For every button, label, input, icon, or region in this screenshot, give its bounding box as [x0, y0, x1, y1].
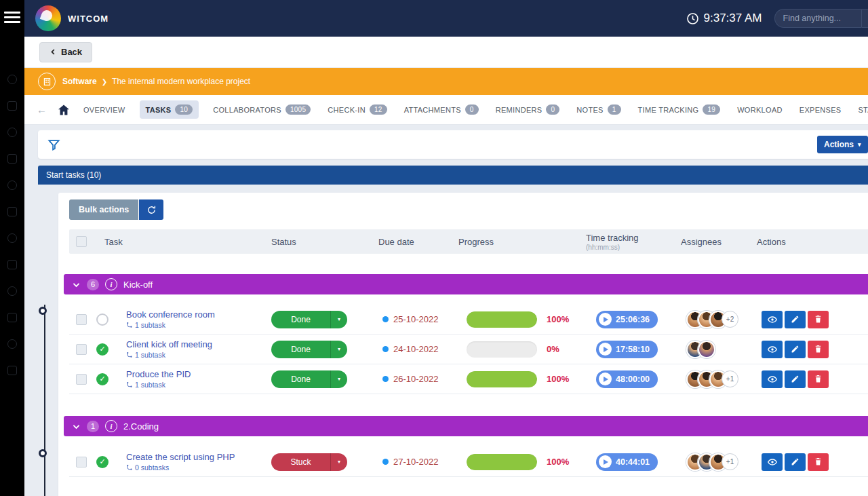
chevron-left-icon [50, 48, 57, 56]
app-logo[interactable] [35, 5, 61, 31]
subtask-count[interactable]: 1 subtask [126, 381, 271, 389]
progress-percent: 0% [547, 344, 559, 354]
hamburger-menu-icon[interactable] [4, 9, 20, 26]
global-search-button[interactable] [861, 9, 868, 28]
group-info-icon[interactable]: i [105, 420, 117, 432]
status-dropdown[interactable]: Done▾ [271, 370, 347, 388]
task-link[interactable]: Client kick off meeting [126, 339, 271, 349]
assignees-more-badge[interactable]: +1 [722, 453, 738, 470]
edit-button[interactable] [785, 341, 806, 358]
subtask-count[interactable]: 0 subtasks [126, 463, 271, 472]
delete-button[interactable] [808, 453, 829, 471]
home-icon[interactable] [56, 103, 71, 117]
time-tracking-button[interactable]: 40:44:01 [596, 453, 658, 471]
assignee-avatar[interactable] [698, 341, 715, 358]
table-row: ✓ Client kick off meeting 1 subtask Done… [69, 335, 868, 364]
edit-button[interactable] [785, 370, 806, 388]
edit-button[interactable] [785, 453, 806, 471]
tab-notes[interactable]: NOTES1 [574, 100, 623, 119]
rail-nav-icon[interactable] [7, 207, 17, 216]
row-checkbox[interactable] [76, 374, 87, 385]
task-complete-icon[interactable]: ✓ [96, 373, 108, 385]
assignees[interactable] [681, 341, 757, 358]
edit-button[interactable] [785, 311, 806, 328]
group-info-icon[interactable]: i [105, 278, 117, 290]
tab-expenses[interactable]: EXPENSES [797, 102, 844, 118]
assignees-more-badge[interactable]: +2 [722, 311, 738, 328]
trash-icon [814, 345, 823, 354]
time-tracking-button[interactable]: 25:06:36 [596, 311, 658, 328]
row-checkbox[interactable] [76, 344, 87, 355]
subtask-count[interactable]: 1 subtask [126, 351, 271, 359]
task-open-icon[interactable] [96, 313, 108, 326]
assignees[interactable]: +1 [681, 453, 757, 471]
subtask-count[interactable]: 1 subtask [126, 321, 271, 329]
tab-time-tracking[interactable]: TIME TRACKING19 [635, 100, 724, 119]
tab-workload[interactable]: WORKLOAD [734, 102, 785, 118]
rail-nav-icon[interactable] [7, 339, 17, 349]
view-button[interactable] [762, 453, 783, 471]
delete-button[interactable] [808, 341, 829, 358]
task-link[interactable]: Create the script using PHP [126, 452, 271, 462]
rail-nav-icon[interactable] [7, 313, 17, 322]
brand-name: WITCOM [68, 14, 108, 24]
rail-nav-icon[interactable] [7, 128, 17, 137]
rail-nav-icon[interactable] [7, 75, 17, 84]
row-checkbox[interactable] [76, 457, 87, 468]
task-link[interactable]: Book conference room [126, 309, 271, 320]
breadcrumb-section[interactable]: Software [62, 77, 97, 86]
tab-tasks[interactable]: TASKS10 [140, 100, 199, 119]
filter-icon[interactable] [47, 138, 60, 151]
tab-badge: 10 [175, 104, 193, 115]
global-search-input[interactable] [774, 9, 861, 28]
time-tracking-button[interactable]: 17:58:10 [596, 341, 658, 358]
chevron-down-icon[interactable] [72, 422, 81, 431]
row-checkbox[interactable] [76, 314, 87, 325]
play-icon [599, 343, 612, 356]
status-dropdown[interactable]: Done▾ [271, 311, 347, 328]
time-tracking-button[interactable]: 48:00:00 [596, 370, 658, 388]
group-header: 6 i Kick-off Actions▾ [64, 274, 868, 294]
tab-statistics[interactable]: STATISTICS [855, 102, 868, 118]
tabs-scroll-left-icon[interactable]: ← [37, 104, 47, 115]
assignees[interactable]: +1 [681, 370, 757, 388]
rail-nav-icon[interactable] [7, 260, 17, 269]
breadcrumb-project[interactable]: The internal modern workplace project [112, 77, 250, 86]
rail-nav-icon[interactable] [7, 233, 17, 243]
view-button[interactable] [762, 370, 783, 388]
tab-reminders[interactable]: REMINDERS0 [493, 100, 563, 119]
refresh-button[interactable] [139, 199, 163, 220]
due-dot-icon [382, 346, 389, 352]
select-all-checkbox[interactable] [76, 236, 87, 247]
view-button[interactable] [762, 341, 783, 358]
trash-icon [814, 375, 823, 383]
assignees-more-badge[interactable]: +1 [722, 370, 738, 387]
task-complete-icon[interactable]: ✓ [96, 456, 108, 468]
rail-nav-icon[interactable] [7, 101, 17, 111]
bulk-actions-button[interactable]: Bulk actions [69, 199, 138, 220]
rail-nav-icon[interactable] [7, 286, 17, 296]
task-complete-icon[interactable]: ✓ [96, 343, 108, 356]
view-button[interactable] [762, 311, 783, 328]
task-group: 6 i Kick-off Actions▾ Book conference ro… [64, 274, 868, 394]
delete-button[interactable] [808, 311, 829, 328]
rail-nav-icon[interactable] [7, 180, 17, 190]
assignees[interactable]: +2 [681, 311, 757, 328]
tab-overview[interactable]: OVERVIEW [81, 102, 128, 118]
tab-check-in[interactable]: CHECK-IN12 [325, 100, 389, 119]
rail-nav-icon[interactable] [7, 154, 17, 164]
due-date: 24-10-2022 [378, 344, 458, 354]
tab-attachments[interactable]: ATTACHMENTS0 [401, 100, 481, 119]
column-header-assignees: Assignees [681, 237, 757, 247]
status-dropdown[interactable]: Done▾ [271, 341, 347, 358]
eye-icon [767, 374, 778, 385]
status-dropdown[interactable]: Stuck▾ [271, 453, 347, 471]
tab-collaborators[interactable]: COLLABORATORS1005 [210, 100, 313, 119]
delete-button[interactable] [808, 370, 829, 388]
chevron-down-icon[interactable] [72, 280, 81, 289]
list-actions-button[interactable]: Actions▾ [817, 136, 868, 153]
rail-nav-icon[interactable] [7, 366, 17, 375]
back-button[interactable]: Back [39, 42, 92, 62]
task-link[interactable]: Produce the PID [126, 369, 271, 379]
section-banner: Start tasks (10) [38, 166, 868, 185]
